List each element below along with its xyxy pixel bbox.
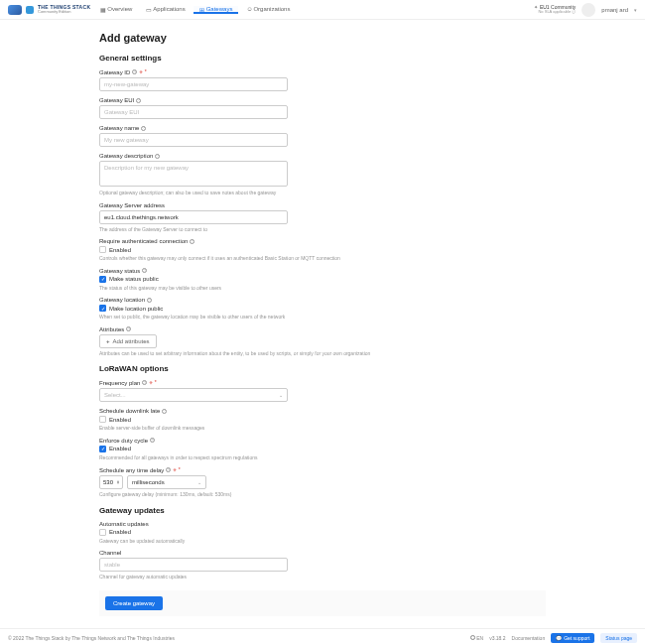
globe-icon bbox=[470, 635, 475, 640]
sched-down-label: Schedule downlink late bbox=[99, 408, 160, 414]
page-title: Add gateway bbox=[99, 32, 546, 44]
help-icon[interactable]: ? bbox=[126, 326, 131, 331]
status-page-button[interactable]: Status page bbox=[600, 633, 637, 643]
delay-hint: Configure gateway delay (minimum: 130ms,… bbox=[99, 491, 546, 498]
nav-organizations[interactable]: ☺Organizations bbox=[240, 6, 296, 14]
duty-cycle-check-label: Enabled bbox=[109, 446, 131, 451]
location-checkbox[interactable]: ✓ bbox=[99, 305, 106, 312]
help-icon[interactable]: ? bbox=[147, 298, 152, 303]
section-general: General settings bbox=[99, 54, 546, 63]
duty-cycle-hint: Recommended for all gateways in order to… bbox=[99, 454, 546, 461]
status-check-label: Make status public bbox=[109, 276, 159, 282]
info-icon: ⓘ bbox=[572, 9, 576, 14]
org-icon: ☺ bbox=[246, 6, 251, 11]
help-icon[interactable]: ? bbox=[141, 126, 146, 131]
nav-gateways[interactable]: ⊞Gateways bbox=[194, 6, 239, 14]
help-icon[interactable]: ? bbox=[132, 69, 137, 74]
location-hint: When set to public, the gateway location… bbox=[99, 314, 546, 321]
required-indicator: ⚹ * bbox=[173, 466, 180, 473]
section-updates: Gateway updates bbox=[99, 506, 546, 515]
duty-cycle-label: Enforce duty cycle bbox=[99, 438, 148, 444]
help-icon[interactable]: ? bbox=[142, 380, 147, 385]
auth-conn-checkbox[interactable] bbox=[99, 246, 106, 253]
gateway-name-input[interactable] bbox=[99, 133, 288, 147]
help-icon[interactable]: ? bbox=[150, 438, 155, 443]
gateway-name-label: Gateway name bbox=[99, 125, 139, 131]
brand-text: THE THINGS STACK Community Edition bbox=[38, 5, 90, 14]
auth-conn-check-label: Enabled bbox=[109, 247, 131, 253]
grid-icon: ▦ bbox=[100, 6, 105, 11]
ttn-logo-icon bbox=[26, 6, 34, 14]
freq-plan-label: Frequency plan bbox=[99, 380, 140, 386]
sched-down-checkbox[interactable] bbox=[99, 416, 106, 423]
delay-label: Schedule any time delay bbox=[99, 467, 164, 473]
user-avatar[interactable] bbox=[581, 3, 595, 17]
chat-icon: 💬 bbox=[556, 635, 562, 641]
plus-icon: + bbox=[106, 338, 110, 344]
nav-applications[interactable]: ▭Applications bbox=[140, 6, 191, 14]
auth-conn-label: Require authenticated connection bbox=[99, 238, 188, 244]
status-label: Gateway status bbox=[99, 268, 140, 274]
attributes-hint: Attributes can be used to set arbitrary … bbox=[99, 350, 546, 357]
docs-link[interactable]: Documentation bbox=[512, 635, 546, 641]
sched-down-hint: Enable server-side buffer of downlink me… bbox=[99, 425, 546, 432]
location-check-label: Make location public bbox=[109, 306, 163, 312]
gateway-desc-label: Gateway description bbox=[99, 153, 153, 159]
chevron-down-icon: ⌄ bbox=[197, 479, 201, 485]
section-lorawan: LoRaWAN options bbox=[99, 364, 546, 373]
server-addr-hint: The address of the Gateway Server to con… bbox=[99, 226, 546, 233]
sched-down-check-label: Enabled bbox=[109, 417, 131, 423]
number-stepper[interactable]: ▴▾ bbox=[117, 480, 119, 485]
location-label: Gateway location bbox=[99, 297, 145, 303]
gateway-desc-input[interactable] bbox=[99, 161, 288, 187]
layers-icon: ▭ bbox=[146, 6, 151, 11]
chevron-down-icon: ⌄ bbox=[279, 392, 283, 398]
help-icon[interactable]: ? bbox=[166, 467, 171, 472]
chevron-down-icon[interactable]: ▾ bbox=[634, 7, 637, 13]
server-addr-input[interactable] bbox=[99, 210, 288, 224]
gateway-desc-hint: Optional gateway description; can also b… bbox=[99, 190, 546, 196]
cloud-logo-icon bbox=[8, 5, 22, 15]
auto-update-checkbox[interactable] bbox=[99, 529, 106, 536]
gateway-icon: ⊞ bbox=[199, 6, 204, 11]
help-icon[interactable]: ? bbox=[190, 239, 194, 244]
nav-overview[interactable]: ▦Overview bbox=[94, 6, 138, 14]
auto-update-label: Automatic updates bbox=[99, 521, 149, 527]
lang-selector[interactable]: EN bbox=[470, 635, 483, 641]
freq-plan-select[interactable]: Select...⌄ bbox=[99, 388, 288, 402]
status-hint: The status of this gateway may be visibl… bbox=[99, 285, 546, 292]
duty-cycle-checkbox[interactable]: ✓ bbox=[99, 446, 106, 452]
gateway-eui-label: Gateway EUI bbox=[99, 97, 134, 103]
help-icon[interactable]: ? bbox=[162, 409, 167, 414]
help-icon[interactable]: ? bbox=[136, 98, 141, 103]
add-attributes-button[interactable]: +Add attributes bbox=[99, 334, 157, 348]
auto-update-check-label: Enabled bbox=[109, 529, 131, 535]
footer-copyright: © 2022 The Things Stack by The Things Ne… bbox=[8, 635, 175, 641]
gateway-id-input[interactable] bbox=[99, 77, 288, 91]
delay-value-input[interactable]: 530▴▾ bbox=[99, 475, 123, 489]
channel-label: Channel bbox=[99, 550, 121, 556]
gateway-eui-input[interactable] bbox=[99, 105, 288, 119]
attributes-label: Attributes bbox=[99, 326, 124, 332]
version-label: v3.18.2 bbox=[489, 635, 505, 641]
help-icon[interactable]: ? bbox=[155, 154, 160, 159]
delay-unit-select[interactable]: milliseconds⌄ bbox=[127, 475, 206, 489]
help-icon[interactable]: ? bbox=[142, 268, 147, 273]
status-checkbox[interactable]: ✓ bbox=[99, 276, 106, 283]
auth-conn-hint: Controls whether this gateway may only c… bbox=[99, 255, 546, 262]
required-indicator: ⚹ * bbox=[149, 379, 156, 386]
support-button[interactable]: 💬Get support bbox=[551, 633, 594, 643]
cluster-info[interactable]: ✦EU1 Community No SLA applicable ⓘ bbox=[534, 5, 576, 15]
user-name: pmanj ard bbox=[601, 7, 628, 13]
create-gateway-button[interactable]: Create gateway bbox=[105, 596, 163, 610]
channel-hint: Channel for gateway automatic updates bbox=[99, 574, 546, 580]
gateway-id-label: Gateway ID bbox=[99, 69, 130, 75]
required-indicator: ⚹ * bbox=[139, 68, 146, 75]
star-icon: ✦ bbox=[534, 5, 538, 11]
channel-input[interactable] bbox=[99, 558, 288, 572]
server-addr-label: Gateway Server address bbox=[99, 202, 165, 208]
auto-update-hint: Gateway can be updated automatically bbox=[99, 538, 546, 545]
